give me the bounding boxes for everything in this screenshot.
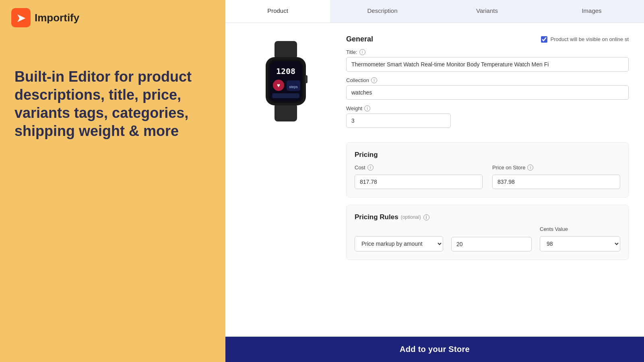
pricing-rules-info-icon: i (423, 214, 429, 220)
weight-input[interactable] (346, 113, 451, 128)
weight-label: Weight i (346, 105, 629, 111)
price-on-store-label: Price on Store i (492, 165, 620, 171)
pricing-rules-section: Pricing Rules (optional) i Price markup … (346, 205, 629, 260)
logo-text: Importify (35, 12, 79, 24)
logo-area: ➤ Importify (0, 0, 225, 35)
title-field-row: Title: i (346, 49, 629, 72)
title-input[interactable] (346, 57, 629, 72)
optional-badge: (optional) (401, 214, 421, 220)
cost-info-icon: i (367, 165, 374, 171)
pricing-rules-row: Price markup by amount Price markup by p… (355, 226, 620, 251)
svg-text:1208: 1208 (276, 66, 295, 76)
form-section: General Product will be visible on onlin… (346, 35, 629, 325)
pricing-rules-title: Pricing Rules (optional) i (355, 213, 620, 221)
tab-variants[interactable]: Variants (435, 0, 539, 23)
markup-type-field: Price markup by amount Price markup by p… (355, 236, 443, 251)
title-label: Title: i (346, 49, 629, 55)
add-to-store-bar[interactable]: Add to your Store (225, 337, 644, 362)
collection-info-icon: i (371, 77, 377, 83)
markup-amount-input[interactable] (451, 237, 532, 251)
tabs-bar: Product Description Variants Images (225, 0, 644, 23)
collection-input[interactable] (346, 85, 629, 100)
tab-product[interactable]: Product (225, 0, 330, 23)
visible-checkbox[interactable] (541, 36, 547, 43)
collection-field-row: Collection i (346, 77, 629, 100)
svg-text:➤: ➤ (17, 12, 26, 24)
collection-label: Collection i (346, 77, 629, 83)
product-image-container: 1208 ♥ steps (244, 39, 328, 123)
title-info-icon: i (359, 49, 365, 55)
general-title: General (346, 35, 373, 43)
markup-type-select[interactable]: Price markup by amount Price markup by p… (355, 236, 443, 251)
visible-checkbox-row: Product will be visible on online st (541, 36, 629, 43)
add-to-store-button[interactable]: Add to your Store (400, 345, 470, 354)
pricing-section: Pricing Cost i Price on Store i (346, 142, 629, 197)
cost-field: Cost i (355, 165, 483, 189)
pricing-row: Cost i Price on Store i (355, 165, 620, 189)
cents-value-field: Cents Value 98 99 00 49 50 (540, 226, 620, 251)
price-on-store-input[interactable] (492, 175, 620, 189)
importify-logo-icon: ➤ (11, 8, 31, 27)
pricing-title: Pricing (355, 151, 620, 159)
tab-description[interactable]: Description (330, 0, 435, 23)
cents-value-select[interactable]: 98 99 00 49 50 (540, 236, 620, 251)
svg-text:steps: steps (289, 85, 298, 89)
price-on-store-info-icon: i (527, 165, 533, 171)
price-on-store-field: Price on Store i (492, 165, 620, 189)
cost-label: Cost i (355, 165, 483, 171)
weight-field-row: Weight i (346, 105, 629, 128)
product-watch-image: 1208 ♥ steps (250, 41, 322, 121)
markup-amount-field (451, 237, 532, 251)
svg-rect-2 (275, 41, 297, 59)
product-image-section: 1208 ♥ steps (237, 35, 334, 325)
tab-images[interactable]: Images (539, 0, 644, 23)
weight-info-icon: i (364, 105, 370, 111)
svg-rect-13 (272, 93, 299, 98)
general-section-header: General Product will be visible on onlin… (346, 35, 629, 43)
left-panel: ➤ Importify Built-in Editor for product … (0, 0, 225, 362)
svg-text:♥: ♥ (277, 82, 280, 88)
svg-rect-12 (305, 75, 308, 83)
visible-label: Product will be visible on online st (551, 36, 629, 42)
svg-rect-3 (275, 103, 297, 121)
general-section: General Product will be visible on onlin… (346, 35, 629, 134)
content-area: 1208 ♥ steps General (225, 23, 644, 337)
right-panel: Product Description Variants Images (225, 0, 644, 362)
cents-value-label: Cents Value (540, 226, 620, 232)
cost-input[interactable] (355, 175, 483, 189)
tagline-text: Built-in Editor for product descriptions… (0, 35, 225, 140)
